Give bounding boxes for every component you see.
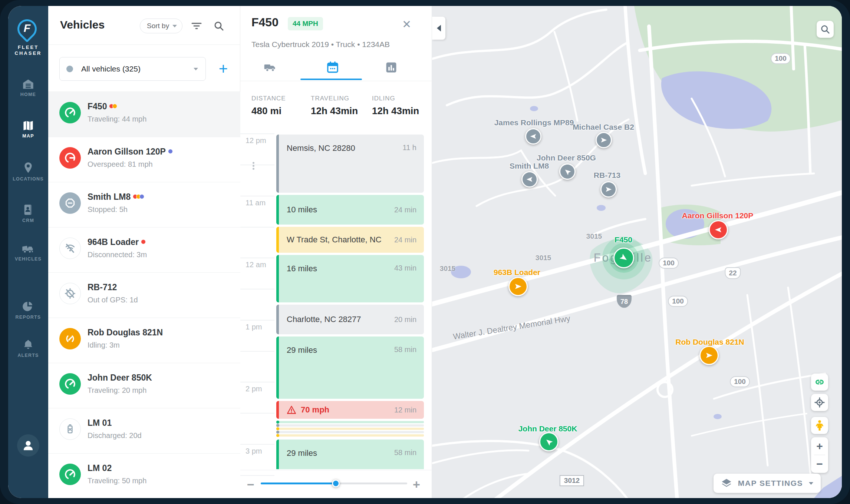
map-canvas[interactable]: Fogsville Walter J. Dealtrey Memorial Hw…: [432, 6, 842, 498]
navigation-arrow-icon: [526, 175, 534, 183]
truck-icon: [22, 243, 35, 254]
map-marker-john-deer-850g[interactable]: [559, 163, 576, 180]
timeline-event-overspeed[interactable]: 70 mph 12 min: [276, 401, 424, 419]
alert-dot-indigo: [168, 149, 173, 154]
street-view-pegman-button[interactable]: [811, 417, 828, 434]
location-pin-icon: [22, 162, 34, 174]
vehicle-row-f450[interactable]: F450 Traveling: 44 mph: [48, 92, 240, 137]
navigation-arrow-icon: [529, 132, 537, 140]
map-marker-rb-713[interactable]: [600, 181, 617, 198]
hour-label: 12 am: [246, 261, 266, 269]
brand-logo: F FLEET CHASER: [8, 19, 48, 56]
map-search-button[interactable]: [817, 21, 834, 38]
vehicle-row-rob-douglas[interactable]: Rob Douglas 821N Idling: 3m: [48, 318, 240, 363]
my-location-button[interactable]: [811, 394, 828, 411]
divider: [48, 44, 240, 45]
timeline-zoom-out-button[interactable]: −: [247, 477, 254, 492]
tab-statistics[interactable]: [384, 60, 399, 75]
timeline-event-drive[interactable]: 10 miles24 min: [276, 195, 424, 225]
tab-vehicle-info[interactable]: [263, 60, 278, 75]
battery-discharged-icon: [59, 418, 81, 440]
sidebar-item-map[interactable]: MAP: [8, 120, 48, 139]
hour-label: 12 pm: [246, 136, 266, 145]
brand-line1: FLEET: [8, 44, 48, 50]
sidebar-item-alerts[interactable]: ALERTS: [8, 339, 48, 358]
marker-label: RB-713: [594, 171, 620, 180]
marker-label: James Rollings MP89: [494, 118, 574, 127]
add-vehicle-button[interactable]: +: [214, 60, 232, 78]
timeline-event-drive[interactable]: 29 miles58 min: [276, 336, 424, 399]
vehicle-row-lm-01[interactable]: LM 01 Discharged: 20d: [48, 408, 240, 453]
marker-label: Rob Douglas 821N: [675, 338, 744, 346]
sidebar-item-locations[interactable]: LOCATIONS: [8, 162, 48, 182]
vehicle-group-select[interactable]: All vehicles (325): [59, 57, 206, 81]
detail-title: F450: [251, 16, 279, 29]
map-zoom-out-button[interactable]: −: [811, 455, 828, 472]
map-marker-963b-loader[interactable]: [508, 277, 528, 296]
timeline-event-idle[interactable]: W Trade St, Charlotte, NC24 min: [276, 227, 424, 253]
map-marker-aaron-gillson[interactable]: [709, 220, 728, 239]
truck-icon: [264, 62, 278, 73]
speed-badge: 44 MPH: [288, 17, 323, 30]
marker-label: 963B Loader: [494, 268, 540, 277]
search-button[interactable]: [211, 18, 227, 34]
user-avatar[interactable]: [17, 434, 39, 457]
stat-traveling: TRAVELING 12h 43min: [311, 95, 358, 117]
route-shield-100: 100: [659, 258, 679, 269]
chevron-down-icon: [194, 68, 198, 70]
sidebar-item-home[interactable]: HOME: [8, 79, 48, 97]
timeline-event-drive[interactable]: 16 miles43 min: [276, 255, 424, 302]
sidebar-item-vehicles[interactable]: VEHICLES: [8, 243, 48, 262]
timeline-event-drive[interactable]: 29 miles58 min: [276, 440, 424, 469]
bar-chart-icon: [385, 61, 398, 74]
garage-icon: [22, 79, 34, 90]
timeline-event-stop[interactable]: Charlotte, NC 2827720 min: [276, 305, 424, 334]
route-shield-100: 100: [771, 53, 791, 64]
map-marker-john-deer-850k[interactable]: [539, 432, 559, 451]
sidebar-item-crm[interactable]: CRM: [8, 204, 48, 223]
stat-idling: IDLING 12h 43min: [372, 95, 419, 117]
stop-icon: [59, 192, 81, 214]
filter-button[interactable]: [188, 18, 205, 34]
gps-off-icon: [59, 283, 81, 304]
timeline-zoom-slider-knob[interactable]: [332, 480, 340, 487]
map-settings-button[interactable]: MAP SETTINGS: [714, 474, 821, 493]
timeline-zoom-in-button[interactable]: +: [413, 477, 420, 492]
map-marker-michael-case[interactable]: [596, 132, 612, 148]
map-zoom-in-button[interactable]: +: [811, 437, 828, 455]
idling-icon: [59, 328, 81, 349]
vehicle-row-964b-loader[interactable]: 964B Loader Disconnected: 3m: [48, 227, 240, 272]
map-marker-james-rollings[interactable]: [525, 128, 541, 145]
alert-dot-red: [141, 239, 146, 244]
vehicle-row-rb-712[interactable]: RB-712 Out of GPS: 1d: [48, 272, 240, 318]
chevron-left-icon: [437, 25, 441, 32]
timeline-event-stop[interactable]: Nemsis, NC 2828011 h: [276, 135, 424, 193]
vehicle-row-aaron-gillson[interactable]: Aaron Gillson 120P Overspeed: 81 mph: [48, 137, 240, 182]
person-icon: [21, 438, 36, 453]
timeline-menu-kebab-icon[interactable]: [253, 161, 254, 171]
navigation-arrow-icon: [617, 251, 630, 265]
map-icon: [22, 120, 34, 131]
hour-label: 2 pm: [246, 385, 262, 393]
alert-dot-indigo: [139, 194, 144, 199]
map-zoom-control: + −: [811, 437, 828, 473]
vehicle-row-john-deer-850k[interactable]: John Deer 850K Traveling: 20 mph: [48, 363, 240, 408]
sort-by-button[interactable]: Sort by: [140, 19, 182, 33]
group-color-dot: [66, 66, 73, 72]
map-marker-smith-lm8[interactable]: [521, 171, 538, 188]
brand-line2: CHASER: [8, 50, 48, 56]
map-marker-f450[interactable]: [613, 248, 634, 268]
close-icon[interactable]: ✕: [402, 18, 411, 31]
route-label-3015: 3015: [536, 254, 551, 262]
collapse-panel-button[interactable]: [432, 17, 445, 40]
share-link-button[interactable]: [811, 374, 828, 391]
navigation-arrow-icon: [600, 136, 608, 144]
vehicle-row-lm-02[interactable]: LM 02 Traveling: 50 mph: [48, 453, 240, 498]
vehicle-row-smith-lm8[interactable]: Smith LM8 Stopped: 5h: [48, 182, 240, 227]
vehicle-subtitle: Tesla Cybertruck 2019 • Truck • 1234AB: [251, 40, 390, 49]
tab-timeline[interactable]: [325, 60, 340, 75]
vehicle-detail-panel: F450 44 MPH ✕ Tesla Cybertruck 2019 • Tr…: [240, 6, 432, 498]
map-marker-rob-douglas[interactable]: [699, 346, 719, 365]
route-label-3015: 3015: [440, 265, 455, 273]
sidebar-item-reports[interactable]: REPORTS: [8, 301, 48, 320]
